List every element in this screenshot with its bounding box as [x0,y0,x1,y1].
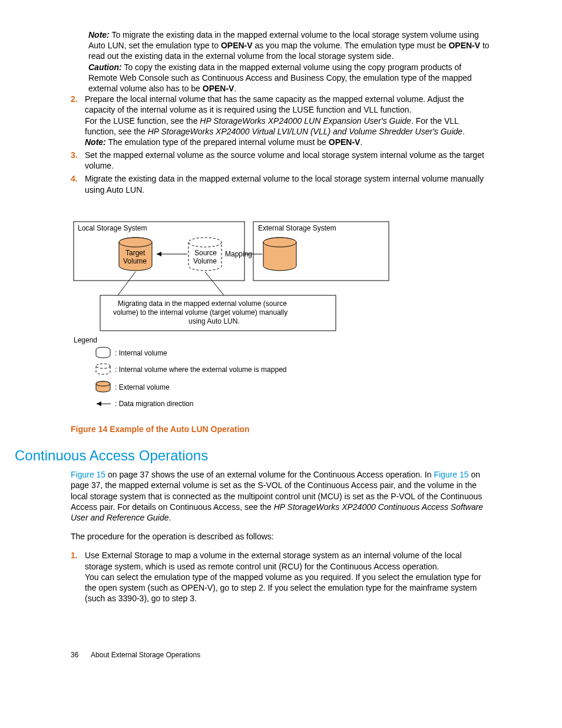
step-text: Migrate the existing data in the mapped … [85,173,491,195]
figure-14-diagram: Local Storage System Target Volume Sourc… [71,219,491,419]
step-1: 1. Use External Storage to map a volume … [71,550,491,604]
svg-point-8 [263,238,296,247]
diagram-label: Target [125,249,146,257]
svg-point-14 [96,364,110,368]
diagram-label: Source [194,249,217,257]
guide-ref: HP StorageWorks XP24000 LUN Expansion Us… [200,116,411,126]
openv: OPEN-V [329,137,361,147]
step-text: . [462,127,465,136]
svg-point-2 [119,238,152,247]
svg-point-16 [96,381,110,386]
page-number: 36 [71,651,78,660]
paragraph: The procedure for the operation is descr… [71,531,491,542]
diagram-label: Volume [123,257,147,265]
diagram-label: External Storage System [258,224,336,232]
step-text: Prepare the local internal volume that h… [85,94,464,114]
figure-link[interactable]: Figure 15 [434,470,468,479]
openv: OPEN-V [221,41,253,50]
step-number: 1. [71,550,85,604]
step-text: You can select the emulation type of the… [85,572,481,603]
caution-text: . [234,84,236,93]
svg-marker-18 [97,401,101,406]
step-4: 4. Migrate the existing data in the mapp… [71,173,491,195]
diagram-label: Local Storage System [78,224,147,232]
body-text: on page 37 shows the use of an external … [105,470,434,479]
diagram-desc: using Auto LUN. [189,317,240,325]
legend-item: : Internal volume [115,349,167,357]
legend-title: Legend [74,336,97,344]
openv: OPEN-V [448,41,480,50]
diagram-desc: Migrating data in the mapped external vo… [118,299,287,308]
step-number: 2. [71,94,85,147]
footer-title: About External Storage Operations [91,651,200,659]
step-text: The emulation type of the prepared inter… [106,137,329,147]
step-number: 3. [71,150,85,171]
note-label: Note: [85,137,106,147]
page-footer: 36 About External Storage Operations [71,651,491,660]
body-text: . [169,513,171,522]
paragraph: Figure 15 on page 37 shows the use of an… [71,469,491,523]
step-text: For the LUSE function, see the [85,116,200,126]
step-3: 3. Set the mapped external volume as the… [71,150,491,171]
legend-item: : Data migration direction [115,400,193,408]
step-text: Set the mapped external volume as the so… [85,150,491,171]
caution-text: To copy the existing data in the mapped … [88,62,472,93]
legend-item: : External volume [115,383,170,391]
note-label: Note: [88,30,110,39]
step-number: 4. [71,173,85,195]
guide-ref: HP StorageWorks XP24000 Virtual LVI/LUN … [148,127,462,136]
step-text: Use External Storage to map a volume in … [85,551,462,571]
caution-label: Caution: [88,62,122,72]
figure-link[interactable]: Figure 15 [71,470,105,479]
figure-caption: Figure 14 Example of the Auto LUN Operat… [71,424,491,434]
section-heading: Continuous Access Operations [15,446,491,465]
diagram-label: Volume [193,257,217,265]
openv: OPEN-V [203,84,234,93]
note-text: as you map the volume. The emulation typ… [253,41,449,50]
step-2: 2. Prepare the local internal volume tha… [71,94,491,147]
diagram-desc: volume) to the internal volume (target v… [113,308,287,317]
legend-item: : Internal volume where the external vol… [115,365,287,374]
step-text: . [360,137,362,147]
note-block: Note: To migrate the existing data in th… [88,29,491,94]
